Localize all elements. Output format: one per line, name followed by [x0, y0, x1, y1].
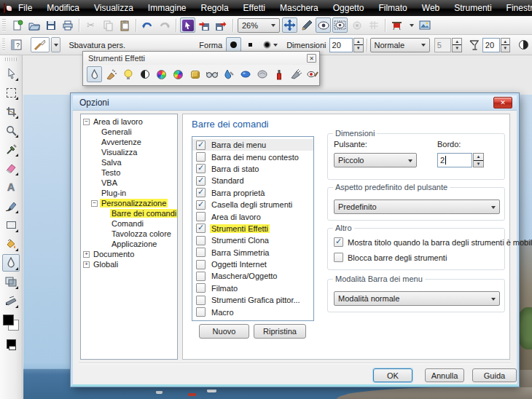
redo-icon[interactable] — [157, 17, 172, 33]
button-size-combo[interactable]: Piccolo — [334, 153, 417, 167]
hue-replacer-tool-icon[interactable] — [171, 66, 186, 82]
list-item[interactable]: Casella degli strumenti — [192, 199, 313, 210]
size-input[interactable]: 20 — [329, 38, 353, 52]
crop-tool[interactable] — [2, 103, 20, 120]
collapse-icon[interactable]: − — [83, 119, 90, 125]
tree-item-applicazione[interactable]: Applicazione — [81, 239, 177, 249]
menu-oggetto[interactable]: Oggetto — [326, 1, 372, 15]
amount-input[interactable]: 5 — [434, 38, 452, 52]
lock-toolbars-option[interactable]: Blocca barre degli strumenti — [334, 253, 447, 262]
size-stepper[interactable]: ▲▼ — [353, 38, 363, 52]
checkbox[interactable] — [196, 200, 206, 210]
menu-mode-combo[interactable]: Modalità normale — [334, 291, 500, 306]
red-eye-removal-tool-icon[interactable] — [305, 66, 320, 82]
new-button[interactable]: Nuovo — [199, 324, 249, 339]
dodge-burn-tool-icon[interactable] — [254, 66, 270, 82]
tree-item-personalizzazione[interactable]: −Personalizzazione — [81, 198, 177, 208]
checkbox[interactable] — [196, 176, 206, 186]
show-object-marquee-icon[interactable] — [349, 17, 364, 33]
fill-tool[interactable] — [2, 235, 20, 253]
chevron-down-icon[interactable] — [410, 24, 414, 29]
checkbox[interactable] — [196, 296, 206, 305]
pick-tool[interactable] — [2, 65, 20, 82]
sharpen-tool-icon[interactable] — [288, 66, 303, 82]
transparency-stepper[interactable]: ▲▼ — [501, 38, 510, 52]
list-item[interactable]: Oggetti Internet — [192, 258, 313, 270]
tree-item-documento[interactable]: +Documento — [81, 249, 177, 259]
list-item[interactable]: Strumenti Effetti — [192, 223, 313, 234]
mask-rect-tool[interactable] — [2, 84, 20, 101]
paste-icon[interactable] — [117, 17, 132, 33]
contrast-tool-icon[interactable] — [137, 66, 152, 82]
list-item[interactable]: Maschera/Oggetto — [192, 270, 313, 282]
checkbox[interactable] — [196, 188, 206, 197]
checkbox[interactable] — [196, 141, 206, 150]
nib-round-icon[interactable] — [226, 37, 241, 52]
export-icon[interactable] — [214, 17, 229, 33]
effect-tool[interactable] — [2, 254, 20, 272]
show-mask-marquee-icon[interactable] — [332, 17, 348, 33]
collapse-icon[interactable]: − — [91, 200, 98, 207]
smear-tool-icon[interactable] — [87, 66, 102, 82]
tree-item-vba[interactable]: VBA — [81, 178, 177, 188]
show-title-option[interactable]: Mostra titolo quando la barra degli stru… — [334, 237, 532, 247]
dialog-titlebar[interactable]: Opzioni — [73, 95, 517, 111]
brush-name[interactable]: Sbavatura pers. — [69, 41, 193, 50]
cut-icon[interactable]: ✂ — [83, 17, 98, 33]
brightness-tool-icon[interactable] — [120, 66, 136, 82]
print-icon[interactable] — [60, 17, 75, 33]
cancel-button[interactable]: Annulla — [425, 368, 464, 382]
tree-item-avvertenze[interactable]: Avvertenze — [81, 137, 177, 147]
list-item[interactable]: Barra dei menu — [192, 139, 313, 151]
marker-tool-icon[interactable] — [271, 66, 286, 82]
fill-color-swatch[interactable] — [7, 339, 16, 349]
menu-regola[interactable]: Regola — [194, 1, 236, 15]
brush-dropdown-icon[interactable] — [51, 37, 60, 52]
copy-icon[interactable] — [100, 17, 115, 33]
image-slicer-tool[interactable] — [2, 292, 20, 309]
blob-tool-icon[interactable] — [238, 66, 253, 82]
help-button[interactable]: Guida — [472, 368, 517, 382]
tree-item-visualizza[interactable]: Visualizza — [81, 147, 177, 157]
toolbox-grip[interactable] — [5, 58, 17, 61]
tree-item-tavolozza-colore[interactable]: Tavolozza colore — [81, 229, 177, 239]
sponge-tool-icon[interactable] — [187, 66, 203, 82]
undo-icon[interactable] — [140, 17, 155, 33]
list-item[interactable]: Barra di stato — [192, 163, 313, 175]
open-icon[interactable] — [26, 17, 42, 33]
list-item[interactable]: Barra Simmetria — [192, 247, 313, 258]
checkbox[interactable] — [196, 283, 206, 293]
menu-filmato[interactable]: Filmato — [371, 1, 414, 15]
tree-item-generali[interactable]: Generali — [81, 127, 177, 137]
checkbox[interactable] — [196, 212, 206, 221]
import-icon[interactable] — [197, 17, 212, 33]
tree-item-plug-in[interactable]: Plug-in — [81, 188, 177, 198]
list-item[interactable]: Area di lavoro — [192, 210, 313, 222]
menu-strumenti[interactable]: Strumenti — [447, 1, 498, 15]
checkbox[interactable] — [196, 164, 206, 173]
nib-soft-icon[interactable] — [259, 37, 281, 52]
tree-item-testo[interactable]: Testo — [81, 167, 177, 178]
zoom-to-fit-icon[interactable] — [282, 17, 297, 33]
checkbox[interactable] — [196, 236, 206, 245]
list-item[interactable]: Strumenti Grafica pittor... — [192, 294, 313, 306]
reset-button[interactable]: Ripristina — [254, 324, 306, 339]
toolbar-grip[interactable] — [2, 39, 5, 52]
menu-visualizza[interactable]: Visualizza — [87, 1, 141, 15]
menu-maschera[interactable]: Maschera — [273, 1, 326, 15]
effects-toolbar-titlebar[interactable]: Strumenti Effetti ✕ — [83, 52, 319, 65]
close-icon[interactable]: ✕ — [307, 54, 316, 63]
close-button[interactable]: ✕ — [493, 97, 512, 108]
hue-tool-icon[interactable] — [154, 66, 169, 82]
menu-finestra[interactable]: Finestra — [499, 1, 532, 15]
checkbox[interactable] — [334, 237, 343, 247]
tree-item-globali[interactable]: +Globali — [81, 259, 177, 269]
checkbox[interactable] — [196, 248, 206, 257]
list-item[interactable]: Standard — [192, 175, 313, 186]
show-mask-icon[interactable] — [316, 17, 331, 33]
toolbar-grip[interactable] — [2, 19, 6, 32]
eraser-tool[interactable] — [2, 159, 20, 177]
smudge-tool-icon[interactable] — [103, 66, 119, 82]
image-preview-icon[interactable] — [417, 17, 432, 33]
tint-tool-icon[interactable] — [204, 66, 219, 82]
